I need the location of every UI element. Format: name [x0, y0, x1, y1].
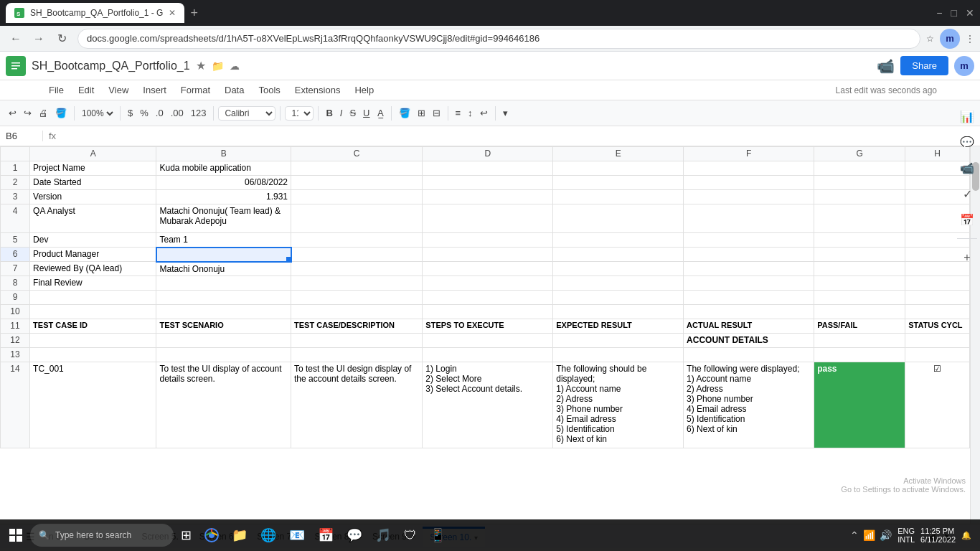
cell-h11[interactable]: STATUS CYCL [905, 319, 970, 334]
more-formats-button[interactable]: ▾ [500, 104, 511, 123]
font-size-select[interactable]: 11 [285, 106, 314, 121]
cell-g9[interactable] [814, 291, 905, 305]
cell-b13[interactable] [156, 348, 291, 362]
cell-c11[interactable]: TEST CASE/DESCRIPTION [291, 319, 423, 334]
zoom-select[interactable]: 100% [79, 108, 116, 119]
more-menu-icon[interactable]: ⋮ [966, 34, 974, 44]
url-field[interactable]: docs.google.com/spreadsheets/d/1hA5T-o8X… [77, 29, 920, 49]
decimal-dec-button[interactable]: .0 [153, 104, 166, 123]
new-tab-button[interactable]: + [184, 6, 204, 21]
cell-b14[interactable]: To test the UI display of account detail… [156, 362, 291, 448]
currency-button[interactable]: $ [125, 104, 136, 123]
cell-a5[interactable]: Dev [30, 233, 156, 248]
decimal-inc-button[interactable]: .00 [168, 104, 187, 123]
cell-c1[interactable] [291, 161, 423, 176]
col-header-b[interactable]: B [156, 147, 291, 161]
taskbar-icon-4[interactable]: 📧 [283, 521, 311, 550]
cell-b10[interactable] [156, 305, 291, 319]
cell-b8[interactable] [156, 276, 291, 291]
menu-file[interactable]: File [43, 83, 70, 97]
col-header-a[interactable]: A [30, 147, 156, 161]
cell-a11[interactable]: TEST CASE ID [30, 319, 156, 334]
bookmark-icon[interactable]: ☆ [926, 34, 934, 44]
merge-cells-button[interactable]: ⊟ [430, 104, 443, 123]
redo-button[interactable]: ↪ [21, 104, 34, 123]
number-format-button[interactable]: 123 [188, 104, 209, 123]
user-avatar[interactable]: m [954, 56, 974, 76]
notification-icon[interactable]: 🔔 [961, 531, 971, 540]
cell-c9[interactable] [291, 291, 423, 305]
minimize-icon[interactable]: − [936, 7, 942, 19]
cell-d3[interactable] [423, 190, 553, 204]
menu-extensions[interactable]: Extensions [289, 83, 347, 97]
cell-f13[interactable] [684, 348, 814, 362]
cell-b11[interactable]: TEST SCENARIO [156, 319, 291, 334]
close-tab-icon[interactable]: ✕ [169, 8, 176, 18]
cell-f3[interactable] [684, 190, 814, 204]
chrome-taskbar-icon[interactable] [199, 521, 225, 550]
print-button[interactable]: 🖨 [36, 104, 51, 123]
menu-data[interactable]: Data [219, 83, 250, 97]
cell-g13[interactable] [814, 348, 905, 362]
menu-format[interactable]: Format [175, 83, 216, 97]
fill-color-button[interactable]: 🪣 [396, 104, 413, 123]
explore-panel-icon[interactable]: 📊 [957, 106, 977, 126]
col-header-f[interactable]: F [684, 147, 814, 161]
cell-a7[interactable]: Reviewed By (QA lead) [30, 262, 156, 276]
cell-e8[interactable] [553, 276, 684, 291]
cell-g4[interactable] [814, 204, 905, 233]
sheet-scroll-area[interactable]: A B C D E F G H 1 Project Name Kuda mobi… [0, 146, 970, 524]
cell-b3[interactable]: 1.931 [156, 190, 291, 204]
cell-h13[interactable] [905, 348, 970, 362]
text-color-button[interactable]: A̲ [374, 104, 387, 123]
calendar-panel-icon[interactable]: 📅 [957, 209, 977, 230]
cell-reference-box[interactable]: B6 [0, 131, 43, 141]
cell-f6[interactable] [684, 248, 814, 262]
cell-e14[interactable]: The following should be displayed; 1) Ac… [553, 362, 684, 448]
cell-e9[interactable] [553, 291, 684, 305]
taskbar-icon-9[interactable]: 📱 [424, 521, 451, 550]
cell-a13[interactable] [30, 348, 156, 362]
cell-g5[interactable] [814, 233, 905, 248]
cell-f12[interactable]: ACCOUNT DETAILS [684, 334, 814, 348]
cell-a2[interactable]: Date Started [30, 176, 156, 190]
cell-g2[interactable] [814, 176, 905, 190]
cell-b6[interactable] [156, 248, 291, 262]
task-view-button[interactable]: ⊞ [175, 521, 197, 550]
align-button[interactable]: ≡ [453, 104, 464, 123]
cell-g6[interactable] [814, 248, 905, 262]
cell-c14[interactable]: To test the UI design display of the acc… [291, 362, 423, 448]
maximize-icon[interactable]: □ [951, 7, 957, 19]
share-button[interactable]: Share [900, 56, 948, 75]
cell-a12[interactable] [30, 334, 156, 348]
back-button[interactable]: ← [6, 29, 26, 49]
cell-f10[interactable] [684, 305, 814, 319]
col-header-e[interactable]: E [553, 147, 684, 161]
cell-f14[interactable]: The following were displayed; 1) Account… [684, 362, 814, 448]
cell-d5[interactable] [423, 233, 553, 248]
strikethrough-button[interactable]: S [347, 104, 359, 123]
col-header-g[interactable]: G [814, 147, 905, 161]
cell-f1[interactable] [684, 161, 814, 176]
cell-c8[interactable] [291, 276, 423, 291]
cell-g7[interactable] [814, 262, 905, 276]
cell-b4[interactable]: Matachi Ononuju( Team lead) & Mubarak Ad… [156, 204, 291, 233]
taskbar-icon-6[interactable]: 💬 [341, 521, 368, 550]
col-header-d[interactable]: D [423, 147, 553, 161]
cell-d8[interactable] [423, 276, 553, 291]
cell-d12[interactable] [423, 334, 553, 348]
network-icon[interactable]: 📶 [863, 529, 875, 541]
underline-button[interactable]: U [360, 104, 372, 123]
cell-e7[interactable] [553, 262, 684, 276]
undo-button[interactable]: ↩ [6, 104, 19, 123]
cell-c6[interactable] [291, 248, 423, 262]
cell-e2[interactable] [553, 176, 684, 190]
font-family-select[interactable]: Calibri [218, 106, 275, 121]
cell-c12[interactable] [291, 334, 423, 348]
cell-e11[interactable]: EXPECTED RESULT [553, 319, 684, 334]
cell-e5[interactable] [553, 233, 684, 248]
wrap-button[interactable]: ↩ [477, 104, 491, 123]
cell-d6[interactable] [423, 248, 553, 262]
menu-view[interactable]: View [103, 83, 134, 97]
cell-d9[interactable] [423, 291, 553, 305]
